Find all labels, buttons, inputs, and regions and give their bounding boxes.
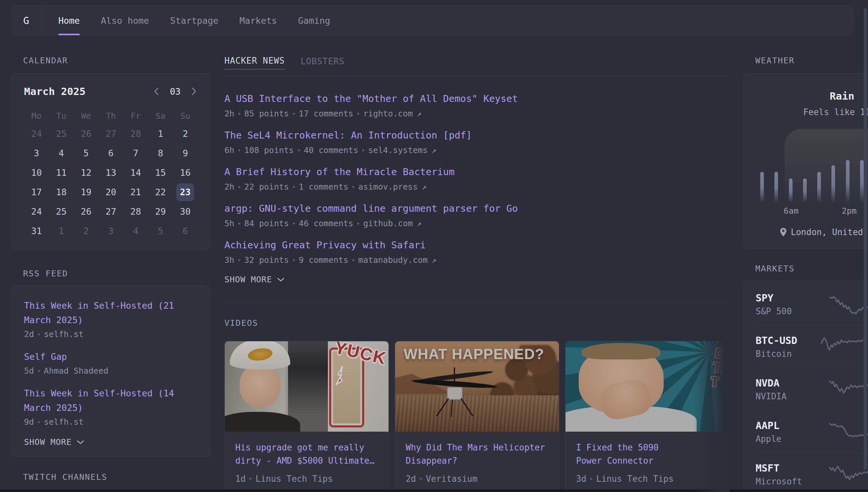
calendar-day[interactable]: 4 — [123, 221, 148, 241]
story-comments[interactable]: 9 comments — [299, 255, 349, 265]
separator-dot — [357, 223, 359, 225]
nav-tab-markets[interactable]: Markets — [240, 6, 277, 35]
calendar-day[interactable]: 18 — [49, 182, 74, 202]
video-card-body: Why Did The Mars HelicopterDisappear?2dV… — [395, 432, 559, 492]
calendar-day-number: 24 — [28, 125, 46, 143]
nav-tab-startpage[interactable]: Startpage — [170, 6, 218, 35]
calendar-day[interactable]: 24 — [24, 124, 49, 144]
calendar-day[interactable]: 5 — [74, 144, 99, 163]
calendar-day[interactable]: 2 — [173, 124, 198, 144]
story-comments[interactable]: 1 comments — [299, 182, 349, 192]
page-scrollbar[interactable] — [864, 8, 867, 470]
calendar-day[interactable]: 29 — [148, 202, 173, 221]
story-comments[interactable]: 17 comments — [299, 109, 353, 118]
news-show-more-button[interactable]: SHOW MORE — [225, 275, 730, 284]
calendar-day[interactable]: 1 — [148, 124, 173, 144]
top-nav: G HomeAlso homeStartpageMarketsGaming — [11, 6, 853, 35]
rss-item-title[interactable]: This Week in Self-Hosted (14 March 2025) — [24, 386, 198, 415]
news-story-title[interactable]: A Brief History of the Miracle Bacterium — [225, 165, 730, 179]
video-title[interactable]: I Fixed the 5090Power Connector — [576, 441, 719, 467]
calendar-day[interactable]: 4 — [49, 144, 74, 163]
calendar-next-icon[interactable] — [190, 87, 198, 96]
news-tab-lobsters[interactable]: LOBSTERS — [300, 56, 344, 70]
video-thumbnail[interactable]: YUCK — [225, 341, 389, 432]
calendar-day[interactable]: 21 — [123, 182, 148, 202]
story-domain[interactable]: sel4.systems — [368, 145, 428, 155]
calendar-day[interactable]: 16 — [173, 163, 198, 182]
news-story-title[interactable]: argp: GNU-style command line argument pa… — [225, 201, 730, 215]
calendar-day[interactable]: 19 — [74, 182, 99, 202]
news-tab-hacker-news[interactable]: HACKER NEWS — [225, 56, 285, 70]
market-ticker[interactable]: NVDA — [756, 377, 812, 389]
story-domain[interactable]: matanabudy.com — [358, 255, 428, 265]
calendar-day[interactable]: 24 — [24, 202, 49, 221]
calendar-day[interactable]: 25 — [49, 124, 74, 144]
calendar-day[interactable]: 6 — [173, 221, 198, 241]
calendar-day-number: 14 — [127, 164, 144, 182]
calendar-day[interactable]: 12 — [74, 163, 99, 182]
calendar-day[interactable]: 3 — [24, 144, 49, 163]
market-info: MSFTMicrosoft — [756, 462, 812, 486]
separator-dot — [298, 149, 300, 151]
calendar-day[interactable]: 2 — [74, 221, 99, 241]
calendar-day[interactable]: 28 — [123, 124, 148, 144]
calendar-day-selected[interactable]: 23 — [173, 182, 198, 202]
calendar-day-number: 12 — [77, 164, 95, 182]
calendar-day[interactable]: 6 — [99, 144, 123, 163]
calendar-day[interactable]: 1 — [49, 221, 74, 241]
video-thumbnail[interactable]: DOTHT — [565, 341, 729, 432]
rss-feed-list: This Week in Self-Hosted (21 March 2025)… — [24, 298, 198, 427]
story-domain[interactable]: github.com — [363, 219, 413, 228]
news-story-title[interactable]: Achieving Great Privacy with Safari — [225, 238, 730, 252]
calendar-day[interactable]: 25 — [49, 202, 74, 221]
calendar-day[interactable]: 14 — [123, 163, 148, 182]
calendar-day[interactable]: 26 — [74, 202, 99, 221]
calendar-day[interactable]: 27 — [99, 202, 123, 221]
calendar-day[interactable]: 26 — [74, 124, 99, 144]
calendar-day[interactable]: 9 — [173, 144, 198, 163]
market-name: Microsoft — [756, 476, 812, 486]
page: G HomeAlso homeStartpageMarketsGaming CA… — [0, 0, 868, 492]
nav-tab-gaming[interactable]: Gaming — [298, 6, 330, 35]
weather-feels-like: Feels like 11°C — [756, 107, 868, 117]
calendar-day[interactable]: 28 — [123, 202, 148, 221]
nav-tab-home[interactable]: Home — [58, 6, 80, 35]
video-title[interactable]: Why Did The Mars HelicopterDisappear? — [406, 441, 548, 467]
story-domain[interactable]: righto.com — [363, 109, 413, 118]
calendar-day[interactable]: 13 — [99, 163, 123, 182]
rss-show-more-button[interactable]: SHOW MORE — [24, 437, 198, 447]
news-story-title[interactable]: The SeL4 Microkernel: An Introduction [p… — [225, 128, 730, 142]
market-ticker[interactable]: AAPL — [756, 420, 812, 431]
calendar-day[interactable]: 27 — [99, 124, 123, 144]
separator-dot — [238, 259, 240, 261]
rss-item-title[interactable]: This Week in Self-Hosted (21 March 2025) — [24, 298, 198, 327]
calendar-day[interactable]: 22 — [148, 182, 173, 202]
market-ticker[interactable]: BTC-USD — [756, 335, 812, 346]
market-ticker[interactable]: SPY — [756, 292, 812, 304]
rss-item-title[interactable]: Self Gap — [24, 349, 198, 364]
calendar-day[interactable]: 3 — [99, 221, 123, 241]
calendar-day[interactable]: 20 — [99, 182, 123, 202]
calendar-day[interactable]: 31 — [24, 221, 49, 241]
separator-dot — [293, 223, 295, 225]
calendar-day[interactable]: 7 — [123, 144, 148, 163]
news-story-title[interactable]: A USB Interface to the "Mother of All De… — [225, 92, 730, 105]
story-domain[interactable]: asimov.press — [358, 182, 418, 192]
calendar-section-label: CALENDAR — [23, 56, 211, 65]
calendar-day[interactable]: 17 — [24, 182, 49, 202]
calendar-day[interactable]: 8 — [148, 144, 173, 163]
calendar-day[interactable]: 30 — [173, 202, 198, 221]
nav-tab-also-home[interactable]: Also home — [101, 6, 149, 35]
video-thumbnail[interactable]: WHAT HAPPENED? — [395, 341, 559, 432]
calendar-day[interactable]: 15 — [148, 163, 173, 182]
calendar-day[interactable]: 5 — [148, 221, 173, 241]
calendar-prev-icon[interactable] — [153, 87, 160, 96]
video-title[interactable]: His upgrade got me reallydirty - AMD $50… — [235, 441, 378, 467]
app-logo[interactable]: G — [11, 6, 41, 35]
calendar-day-number: 27 — [102, 125, 120, 143]
story-comments[interactable]: 40 comments — [304, 145, 359, 155]
story-comments[interactable]: 46 comments — [299, 219, 353, 228]
market-ticker[interactable]: MSFT — [756, 462, 812, 474]
calendar-day[interactable]: 11 — [49, 163, 74, 182]
calendar-day[interactable]: 10 — [24, 163, 49, 182]
